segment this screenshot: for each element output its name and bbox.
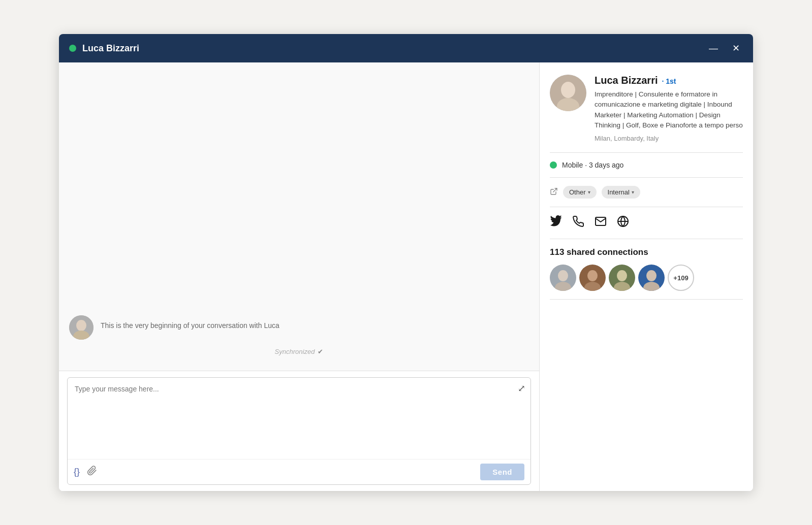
- internal-tag-label: Internal: [608, 188, 630, 196]
- sync-check-icon: ✔: [318, 348, 323, 355]
- shared-count-label: +109: [673, 274, 688, 282]
- main-window: Luca Bizzarri — ✕ This is the very beg: [59, 34, 753, 491]
- shared-avatar-4: [638, 265, 665, 291]
- message-toolbar: {} Send: [68, 459, 530, 484]
- shared-avatar-3: [609, 265, 635, 291]
- other-tag-chevron: ▾: [588, 189, 590, 195]
- contact-avatar-small: [69, 315, 93, 340]
- internal-tag-button[interactable]: Internal ▾: [602, 186, 640, 199]
- svg-point-10: [558, 270, 568, 281]
- shared-avatar-2: [579, 265, 606, 291]
- toolbar-left: {}: [74, 466, 97, 478]
- divider-4: [550, 239, 743, 239]
- svg-point-4: [561, 82, 575, 98]
- window-title: Luca Bizzarri: [82, 43, 706, 54]
- attach-icon[interactable]: [87, 466, 97, 478]
- chat-area: This is the very beginning of your conve…: [59, 62, 540, 491]
- svg-line-6: [553, 188, 557, 192]
- profile-location: Milan, Lombardy, Italy: [595, 135, 743, 142]
- profile-panel: Luca Bizzarri · 1st Imprenditore | Consu…: [540, 62, 753, 491]
- profile-headline: Imprenditore | Consulente e formatore in…: [595, 89, 743, 130]
- message-input-area: ⤢ {} Send: [59, 371, 539, 491]
- divider-3: [550, 207, 743, 207]
- message-input-wrapper: ⤢ {} Send: [67, 377, 531, 485]
- svg-point-1: [76, 320, 86, 331]
- globe-icon[interactable]: [617, 215, 629, 231]
- send-button[interactable]: Send: [480, 464, 524, 480]
- svg-point-19: [646, 270, 657, 281]
- profile-name-row: Luca Bizzarri · 1st: [595, 75, 743, 86]
- expand-button[interactable]: ⤢: [518, 383, 525, 394]
- phone-icon[interactable]: [572, 215, 584, 231]
- sync-label: Synchronized: [275, 348, 315, 355]
- status-dot: [69, 45, 76, 52]
- profile-info: Luca Bizzarri · 1st Imprenditore | Consu…: [595, 75, 743, 142]
- chat-start-row: This is the very beginning of your conve…: [69, 315, 529, 340]
- divider-2: [550, 177, 743, 178]
- profile-degree: · 1st: [662, 77, 676, 85]
- message-textarea[interactable]: [68, 378, 530, 459]
- contact-avatar-large: [550, 75, 586, 111]
- other-tag-label: Other: [569, 188, 586, 196]
- status-row: Mobile · 3 days ago: [550, 161, 743, 169]
- main-content: This is the very beginning of your conve…: [59, 62, 753, 491]
- shared-avatar-1: [550, 265, 576, 291]
- external-link-icon[interactable]: [550, 187, 558, 198]
- online-status-dot: [550, 161, 557, 169]
- twitter-icon[interactable]: [550, 215, 562, 231]
- sync-row: Synchronized ✔: [69, 348, 529, 355]
- chat-start-text: This is the very beginning of your conve…: [101, 315, 279, 330]
- shared-connections-title: 113 shared connections: [550, 247, 743, 257]
- status-text: Mobile · 3 days ago: [562, 161, 623, 169]
- social-row: [550, 215, 743, 231]
- svg-point-16: [617, 270, 627, 281]
- code-icon[interactable]: {}: [74, 467, 80, 477]
- profile-name: Luca Bizzarri: [595, 75, 658, 86]
- other-tag-button[interactable]: Other ▾: [563, 186, 597, 199]
- titlebar: Luca Bizzarri — ✕: [59, 34, 753, 62]
- minimize-button[interactable]: —: [706, 43, 721, 54]
- tags-row: Other ▾ Internal ▾: [550, 186, 743, 199]
- divider-1: [550, 152, 743, 153]
- svg-point-13: [587, 270, 598, 281]
- profile-header: Luca Bizzarri · 1st Imprenditore | Consu…: [550, 75, 743, 142]
- internal-tag-chevron: ▾: [632, 189, 634, 195]
- chat-messages: This is the very beginning of your conve…: [59, 62, 539, 371]
- close-button[interactable]: ✕: [729, 43, 743, 54]
- shared-avatars: +109: [550, 265, 743, 291]
- window-controls: — ✕: [706, 43, 743, 54]
- more-section: [550, 299, 743, 305]
- shared-avatar-count: +109: [668, 265, 694, 291]
- email-icon[interactable]: [595, 215, 607, 231]
